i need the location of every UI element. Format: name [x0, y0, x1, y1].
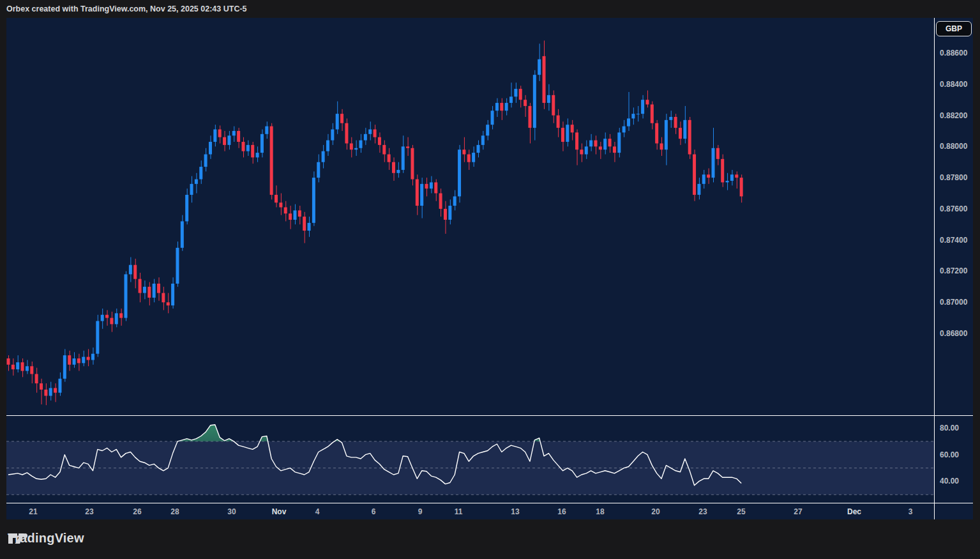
candle[interactable] — [477, 141, 480, 158]
candle[interactable] — [721, 155, 724, 187]
candle[interactable] — [246, 141, 250, 156]
price-axis-label[interactable]: 0.88400 — [940, 79, 967, 89]
candle[interactable] — [467, 149, 471, 170]
candle[interactable] — [82, 351, 85, 366]
time-axis-label[interactable]: 25 — [737, 507, 745, 517]
candle[interactable] — [378, 132, 381, 153]
candle[interactable] — [260, 130, 264, 158]
candle[interactable] — [406, 137, 409, 156]
candle[interactable] — [543, 40, 546, 109]
candle[interactable] — [44, 383, 47, 405]
price-axis-label[interactable]: 0.87800 — [940, 172, 967, 183]
candle[interactable] — [256, 146, 259, 162]
candle[interactable] — [552, 91, 555, 123]
candle[interactable] — [298, 206, 301, 224]
price-axis-label[interactable]: 0.87000 — [940, 297, 967, 307]
candle[interactable] — [124, 271, 128, 321]
indicator-axis-label[interactable]: 80.00 — [940, 423, 959, 433]
candle[interactable] — [204, 148, 207, 172]
candle[interactable] — [697, 178, 700, 199]
candle[interactable] — [382, 141, 386, 162]
candle[interactable] — [176, 241, 179, 287]
pane-separator[interactable] — [6, 415, 973, 416]
candle[interactable] — [115, 309, 118, 327]
time-axis-label[interactable]: 27 — [794, 507, 802, 517]
candle[interactable] — [617, 128, 621, 157]
candle[interactable] — [181, 215, 184, 251]
candle[interactable] — [7, 355, 10, 371]
candle[interactable] — [683, 106, 686, 144]
candle[interactable] — [448, 199, 451, 224]
candle[interactable] — [185, 188, 188, 224]
time-axis-label[interactable]: 28 — [170, 507, 179, 517]
candle[interactable] — [524, 95, 527, 117]
price-axis-label[interactable]: 0.88600 — [940, 48, 967, 58]
time-axis-label[interactable]: Nov — [272, 507, 287, 517]
candle[interactable] — [326, 134, 329, 156]
candle[interactable] — [68, 351, 71, 371]
candle[interactable] — [345, 118, 348, 149]
candle[interactable] — [622, 120, 626, 137]
candle[interactable] — [547, 84, 550, 111]
time-axis-label[interactable]: 23 — [85, 507, 93, 517]
indicator-axis-label[interactable]: 40.00 — [940, 476, 959, 486]
candle[interactable] — [641, 95, 644, 119]
candle[interactable] — [143, 280, 146, 299]
candle[interactable] — [322, 145, 325, 169]
time-axis-label[interactable]: 9 — [418, 507, 423, 517]
time-axis-label[interactable]: 18 — [596, 507, 604, 517]
candle[interactable] — [218, 125, 222, 143]
price-axis-label[interactable]: 0.86800 — [940, 328, 967, 339]
tradingview-logo[interactable]: TradingView — [8, 531, 84, 546]
candle[interactable] — [101, 309, 104, 329]
candle[interactable] — [561, 121, 564, 151]
candle[interactable] — [91, 348, 94, 365]
candle[interactable] — [63, 349, 66, 381]
candle[interactable] — [669, 111, 672, 128]
candle[interactable] — [402, 135, 405, 173]
time-axis-label[interactable]: 11 — [455, 507, 463, 517]
candle[interactable] — [340, 109, 343, 131]
time-axis-label[interactable]: 16 — [557, 507, 566, 517]
candle[interactable] — [279, 194, 282, 215]
candle[interactable] — [139, 273, 142, 302]
candle[interactable] — [396, 162, 400, 178]
candle[interactable] — [30, 362, 33, 383]
candle[interactable] — [608, 134, 612, 153]
candle[interactable] — [87, 349, 90, 366]
candle[interactable] — [105, 310, 109, 325]
candle[interactable] — [411, 145, 414, 185]
candle[interactable] — [702, 170, 705, 188]
candle[interactable] — [21, 358, 24, 377]
candle[interactable] — [458, 145, 461, 203]
candle[interactable] — [472, 146, 475, 167]
candle[interactable] — [434, 180, 437, 201]
candle[interactable] — [571, 120, 574, 141]
candle[interactable] — [462, 137, 465, 162]
candle[interactable] — [439, 188, 442, 217]
candle[interactable] — [645, 91, 649, 108]
time-axis-label[interactable]: 3 — [908, 507, 913, 517]
candle[interactable] — [430, 176, 433, 194]
candle[interactable] — [580, 143, 583, 162]
candle[interactable] — [190, 176, 193, 203]
candle[interactable] — [58, 372, 61, 396]
candle[interactable] — [54, 383, 57, 402]
price-axis-label[interactable]: 0.87400 — [940, 235, 967, 245]
time-axis-label[interactable]: Dec — [847, 507, 861, 517]
time-axis-label[interactable]: 26 — [133, 507, 141, 517]
candle[interactable] — [486, 120, 489, 141]
candle[interactable] — [195, 173, 198, 194]
candle[interactable] — [373, 125, 377, 143]
candle[interactable] — [96, 315, 99, 357]
candle[interactable] — [392, 157, 395, 181]
candle[interactable] — [566, 118, 569, 146]
candle[interactable] — [533, 70, 536, 141]
candle[interactable] — [575, 130, 578, 165]
candle[interactable] — [599, 142, 602, 159]
candlestick-pane[interactable] — [6, 18, 934, 415]
candle[interactable] — [491, 106, 494, 130]
candle[interactable] — [688, 117, 691, 159]
candle[interactable] — [679, 121, 682, 145]
time-axis-label[interactable]: 4 — [315, 507, 320, 517]
